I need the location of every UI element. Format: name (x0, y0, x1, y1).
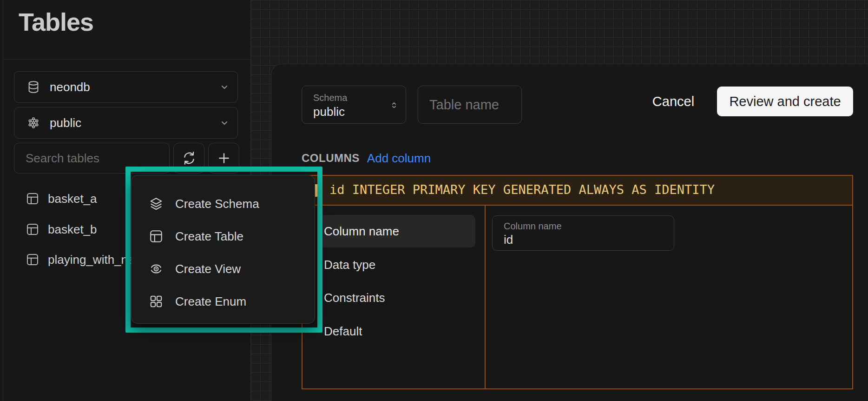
chevron-up-down-icon (389, 99, 399, 111)
columns-section-header: COLUMNS Add column (302, 151, 431, 166)
column-name-field[interactable]: Column name id (492, 215, 674, 251)
add-column-link[interactable]: Add column (367, 151, 431, 166)
window-edge-line (3, 0, 3, 401)
layers-icon (148, 196, 164, 211)
table-name: basket_a (48, 192, 97, 206)
schema-select[interactable]: Schema public (302, 86, 406, 124)
eye-icon (148, 261, 164, 276)
menu-item-create-table[interactable]: Create Table (132, 220, 315, 253)
menu-item-label: Create Table (175, 229, 243, 244)
database-select-value: neondb (50, 80, 90, 94)
schema-filter-select[interactable]: public (14, 107, 238, 139)
menu-item-label: Create View (175, 262, 241, 276)
app-root: Schema public Cancel Review and create C… (0, 0, 868, 401)
form-column-divider (485, 206, 486, 388)
table-icon (26, 253, 39, 267)
schema-select-value: public (313, 105, 345, 119)
database-select[interactable]: neondb (14, 71, 238, 103)
column-name-field-value: id (504, 233, 513, 247)
create-table-panel: Schema public Cancel Review and create C… (271, 64, 868, 401)
property-tab-column-name[interactable]: Column name (320, 215, 475, 247)
annotation-highlight-box: Create Schema Create Table (125, 167, 322, 333)
column-definition-container: id INTEGER PRIMARY KEY GENERATED ALWAYS … (302, 175, 853, 389)
refresh-icon (181, 150, 197, 166)
columns-heading: COLUMNS (302, 152, 360, 165)
database-icon (26, 80, 40, 94)
table-icon (26, 222, 39, 236)
menu-item-create-view[interactable]: Create View (132, 253, 315, 285)
page-title: Tables (19, 7, 93, 36)
cancel-button[interactable]: Cancel (648, 87, 699, 116)
menu-item-create-enum[interactable]: Create Enum (132, 285, 315, 318)
review-and-create-button[interactable]: Review and create (717, 87, 853, 116)
chevron-down-icon (219, 81, 230, 93)
table-icon (26, 192, 39, 206)
schema-select-label: Schema (313, 93, 347, 103)
table-name-input[interactable] (418, 86, 522, 124)
menu-item-label: Create Enum (175, 294, 246, 309)
column-definition-row[interactable]: id INTEGER PRIMARY KEY GENERATED ALWAYS … (302, 176, 852, 206)
grid-2x2-icon (148, 294, 164, 309)
sidebar-divider (3, 59, 251, 60)
schema-filter-value: public (50, 116, 81, 130)
column-name-field-label: Column name (504, 221, 562, 232)
plus-icon (216, 150, 232, 166)
property-tab-data-type[interactable]: Data type (320, 248, 475, 281)
column-definition-sql: id INTEGER PRIMARY KEY GENERATED ALWAYS … (329, 182, 715, 197)
chevron-down-icon (219, 117, 230, 128)
property-tab-default[interactable]: Default (320, 315, 475, 348)
column-editor-form: Column name Data type Constraints Defaul… (302, 206, 852, 388)
table-icon (148, 229, 164, 244)
schema-icon (26, 116, 40, 130)
create-menu: Create Schema Create Table (131, 175, 315, 324)
table-name: basket_b (48, 222, 97, 237)
menu-item-label: Create Schema (175, 197, 259, 211)
menu-item-create-schema[interactable]: Create Schema (132, 187, 315, 220)
property-tab-constraints[interactable]: Constraints (320, 281, 475, 314)
